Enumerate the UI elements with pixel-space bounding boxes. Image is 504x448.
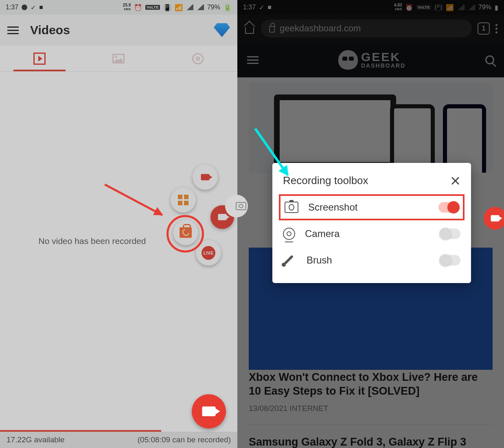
record-icon (202, 406, 216, 416)
modal-title: Recording toolbox (283, 174, 368, 187)
camera-icon (491, 215, 500, 221)
toolbox-row-screenshot[interactable]: Screenshot (279, 194, 465, 220)
fab-apps[interactable] (171, 187, 196, 213)
status-bar-left: 1:37 ✓ ■ 25.9KB/S ⏰ VoLTE 📳 📶 79% 🔋 (0, 0, 237, 15)
battery-percent: 79% (207, 4, 220, 11)
tab-images[interactable] (79, 46, 158, 71)
annotation-arrow-red (104, 184, 163, 216)
vibrate-icon: 📳 (163, 4, 171, 11)
live-icon: LIVE (202, 246, 215, 260)
tab-settings[interactable] (158, 46, 237, 71)
floating-screenshot-bubble[interactable] (225, 195, 248, 217)
row-label: Screenshot (308, 202, 429, 213)
tab-bar (0, 46, 237, 72)
gear-icon (192, 53, 204, 64)
record-time-left: (05:08:09 can be recorded) (138, 435, 231, 444)
storage-available: 17.22G available (7, 435, 65, 444)
app-header: Videos (0, 15, 237, 46)
fab-main-record[interactable] (192, 394, 226, 428)
clock: 1:37 (6, 4, 18, 11)
premium-diamond-icon[interactable] (214, 23, 230, 37)
close-icon[interactable] (451, 176, 460, 186)
tab-videos[interactable] (0, 46, 79, 71)
video-icon: ■ (39, 4, 43, 11)
toggle-brush[interactable] (440, 255, 460, 266)
annotation-circle (167, 215, 204, 253)
toolbox-row-camera[interactable]: Camera (283, 220, 460, 247)
recording-toolbox-modal: Recording toolbox Screenshot Camera Brus… (272, 163, 471, 283)
check-icon: ✓ (31, 4, 36, 11)
left-screenshot: 1:37 ✓ ■ 25.9KB/S ⏰ VoLTE 📳 📶 79% 🔋 Vide… (0, 0, 237, 448)
row-label: Brush (307, 255, 430, 266)
alarm-icon: ⏰ (134, 4, 142, 11)
wifi-icon: 📶 (175, 4, 183, 11)
screenshot-icon (285, 202, 298, 213)
image-icon (112, 54, 125, 64)
data-rate: 25.9KB/S (123, 3, 131, 11)
row-label: Camera (305, 228, 430, 239)
hamburger-menu-icon[interactable] (7, 24, 19, 36)
webcam-icon (283, 228, 295, 240)
battery-icon: 🔋 (224, 4, 232, 11)
video-camera-icon (201, 174, 210, 180)
toolbox-row-brush[interactable]: Brush (283, 247, 460, 273)
volte-badge: VoLTE (145, 5, 160, 10)
floating-record-bubble[interactable] (484, 207, 504, 230)
right-screenshot: 1:37 ✓ ■ 4.83KB/S ⏰ VoLTE 📳 📶 79% ▮ geek… (237, 0, 504, 448)
brush-icon (284, 255, 294, 265)
jio-icon (22, 4, 27, 10)
signal-icon (186, 4, 193, 10)
camera-icon (218, 214, 227, 220)
grid-icon (178, 195, 188, 205)
play-icon (33, 53, 46, 65)
signal-icon-2 (197, 4, 204, 10)
toggle-screenshot[interactable] (438, 202, 459, 213)
page-title: Videos (30, 23, 70, 37)
footer-bar: 17.22G available (05:08:09 can be record… (0, 432, 237, 448)
camera-icon (236, 202, 246, 210)
toggle-camera[interactable] (440, 228, 460, 239)
fab-record-video[interactable] (193, 165, 218, 190)
